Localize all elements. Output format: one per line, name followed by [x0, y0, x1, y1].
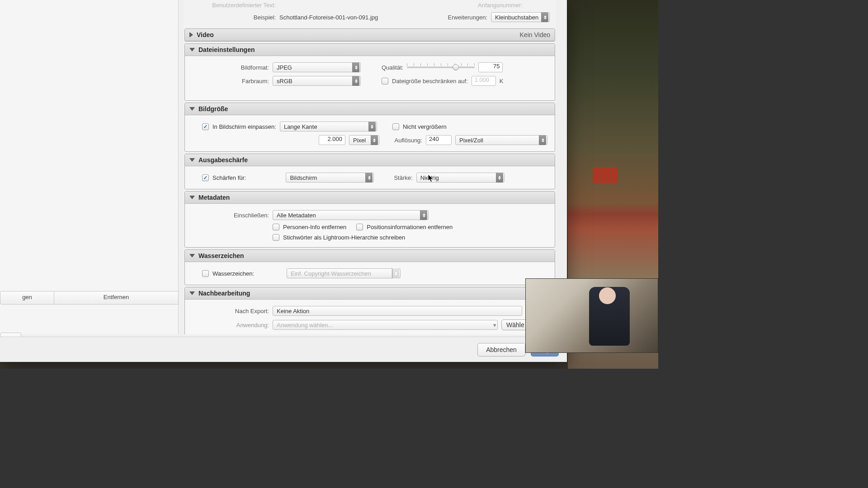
- fit-mode-select[interactable]: Lange Kante: [280, 122, 377, 131]
- watermark-label: Wasserzeichen:: [212, 270, 254, 277]
- dialog-footer: Abbrechen Exp: [0, 337, 567, 362]
- output-sharpening-section: Ausgabeschärfe Schärfen für: Bildschirm …: [184, 154, 555, 189]
- chevron-down-icon: [189, 48, 195, 52]
- stepper-icon: [365, 173, 373, 183]
- preset-sidebar: gen Entfernen: [0, 0, 179, 334]
- remove-person-label: Personen-Info entfernen: [283, 224, 346, 230]
- include-metadata-select[interactable]: Alle Metadaten: [273, 210, 429, 220]
- sharpen-checkbox[interactable]: [202, 174, 209, 181]
- resolution-unit-select[interactable]: Pixel/Zoll: [455, 135, 547, 145]
- dimension-input[interactable]: 2.000: [319, 135, 345, 145]
- sharpen-for-label: Schärfen für:: [212, 174, 246, 181]
- output-sharpening-header[interactable]: Ausgabeschärfe: [185, 154, 555, 166]
- include-label: Einschließen:: [192, 212, 269, 219]
- watermark-header[interactable]: Wasserzeichen: [185, 250, 555, 262]
- watermark-checkbox[interactable]: [202, 270, 209, 277]
- remove-location-checkbox[interactable]: [356, 224, 363, 230]
- sharpen-amount-label: Stärke:: [394, 174, 412, 181]
- chevron-right-icon: [189, 32, 193, 38]
- stepper-icon: [352, 62, 359, 72]
- extensions-label: Erweiterungen:: [448, 14, 487, 21]
- no-enlarge-label: Nicht vergrößern: [403, 123, 447, 130]
- metadata-section: Metadaten Einschließen: Alle Metadaten P…: [184, 191, 555, 248]
- post-processing-header[interactable]: Nachbearbeitung: [185, 287, 555, 300]
- application-select[interactable]: Anwendung wählen... ▾: [273, 320, 498, 330]
- dimension-unit-select[interactable]: Pixel: [349, 135, 379, 145]
- chevron-down-icon: [189, 254, 195, 258]
- quality-input[interactable]: 75: [478, 62, 503, 72]
- cancel-button[interactable]: Abbrechen: [477, 343, 525, 357]
- post-processing-section: Nachbearbeitung Nach Export: Keine Aktio…: [184, 287, 555, 334]
- limit-unit: K: [500, 78, 504, 84]
- custom-text-label: Benutzerdefinierter Text:: [190, 2, 276, 9]
- metadata-header[interactable]: Metadaten: [185, 192, 555, 204]
- image-format-label: Bildformat:: [192, 64, 269, 71]
- stepper-icon: [368, 122, 376, 131]
- chevron-down-icon: [189, 196, 195, 199]
- example-label: Beispiel:: [190, 14, 276, 21]
- video-section-header[interactable]: Video Kein Video: [185, 29, 555, 41]
- extensions-select[interactable]: Kleinbuchstaben: [491, 12, 550, 22]
- limit-filesize-label: Dateigröße beschränken auf:: [392, 78, 468, 84]
- stepper-icon: [496, 173, 503, 183]
- stepper-icon: [352, 76, 359, 86]
- stepper-icon: [392, 268, 399, 278]
- background-car-shape: [593, 167, 618, 183]
- color-space-label: Farbraum:: [192, 78, 269, 84]
- watermark-section: Wasserzeichen Wasserzeichen: Einf. Copyr…: [184, 249, 555, 285]
- video-status: Kein Video: [520, 31, 550, 38]
- chevron-down-icon: [189, 291, 195, 295]
- chevron-down-icon: [189, 158, 195, 162]
- example-filename: Schottland-Fotoreise-001-von-091.jpg: [279, 14, 378, 21]
- chevron-down-icon: [189, 107, 195, 111]
- video-section: Video Kein Video: [184, 28, 555, 42]
- quality-slider[interactable]: [407, 63, 475, 71]
- resolution-label: Auflösung:: [395, 137, 422, 144]
- color-space-select[interactable]: sRGB: [273, 76, 361, 86]
- slider-thumb[interactable]: [453, 64, 459, 70]
- file-settings-header[interactable]: Dateieinstellungen: [185, 44, 555, 56]
- resolution-input[interactable]: 240: [426, 135, 452, 145]
- remove-person-checkbox[interactable]: [273, 224, 279, 230]
- export-settings-panel: Benutzerdefinierter Text: Anfangsnummer:…: [184, 0, 556, 334]
- sharpen-amount-select[interactable]: Niedrig: [416, 173, 505, 183]
- image-format-select[interactable]: JPEG: [273, 62, 361, 72]
- application-label: Anwendung:: [192, 322, 269, 328]
- limit-filesize-checkbox[interactable]: [382, 78, 388, 84]
- file-settings-section: Dateieinstellungen Bildformat: JPEG Qual…: [184, 43, 555, 101]
- after-export-label: Nach Export:: [192, 308, 269, 314]
- webcam-overlay: [525, 278, 658, 353]
- stepper-icon: [539, 135, 546, 145]
- keywords-hierarchy-checkbox[interactable]: [273, 234, 279, 241]
- add-preset-button[interactable]: gen: [0, 291, 54, 305]
- stepper-icon: [420, 210, 427, 220]
- export-dialog: gen Entfernen ger... Benutzerdefinierter…: [0, 0, 567, 362]
- quality-label: Qualität:: [382, 64, 403, 71]
- limit-filesize-input[interactable]: 1.000: [472, 76, 496, 86]
- sharpen-target-select[interactable]: Bildschirm: [286, 173, 374, 183]
- start-number-label: Anfangsnummer:: [478, 2, 523, 9]
- webcam-person: [589, 287, 630, 346]
- remove-preset-button[interactable]: Entfernen: [54, 291, 179, 305]
- no-enlarge-checkbox[interactable]: [392, 123, 399, 130]
- fit-screen-label: In Bildschirm einpassen:: [212, 123, 276, 130]
- stepper-icon: [541, 12, 548, 22]
- stepper-icon: [371, 135, 378, 145]
- after-export-select[interactable]: Keine Aktion: [273, 306, 522, 316]
- remove-location-label: Positionsinformationen entfernen: [367, 224, 453, 230]
- image-size-section: Bildgröße In Bildschirm einpassen: Lange…: [184, 103, 555, 152]
- fit-screen-checkbox[interactable]: [202, 123, 209, 130]
- watermark-type-select[interactable]: Einf. Copyright-Wasserzeichen: [287, 268, 401, 278]
- image-size-header[interactable]: Bildgröße: [185, 103, 555, 115]
- keywords-hierarchy-label: Stichwörter als Lightroom-Hierarchie sch…: [283, 234, 405, 241]
